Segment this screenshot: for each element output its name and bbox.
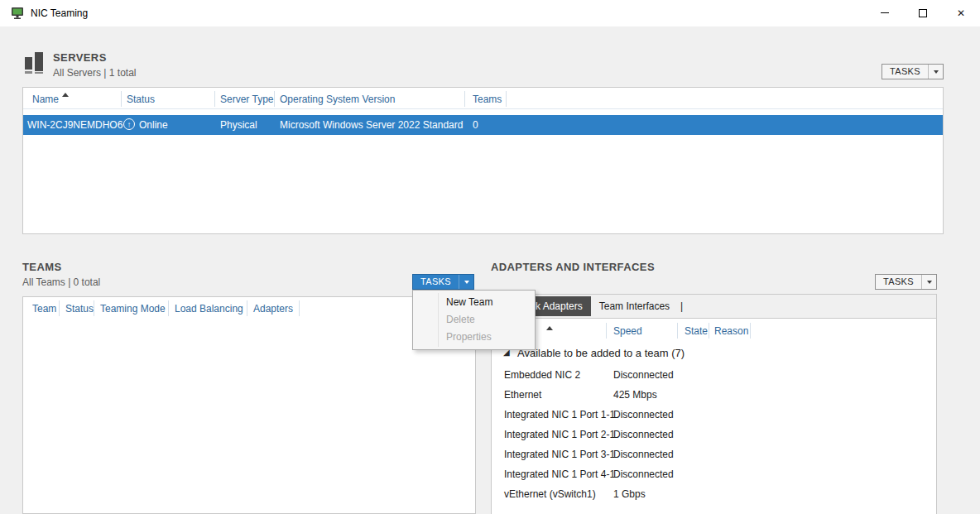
- menu-item-properties: Properties: [413, 329, 535, 346]
- server-row-selected[interactable]: WIN-2CJ9NEMDHO6 ↑ Online Physical Micros…: [23, 115, 943, 135]
- tab-separator: |: [680, 300, 683, 312]
- servers-icon: [24, 51, 44, 74]
- server-status: Online: [139, 119, 168, 131]
- teams-tasks-menu: New Team Delete Properties: [412, 290, 536, 350]
- servers-col-server-type[interactable]: Server Type: [220, 94, 273, 105]
- adapter-name: Integrated NIC 1 Port 1-1: [504, 409, 615, 420]
- servers-section-title: SERVERS: [53, 51, 107, 64]
- adapter-row[interactable]: vEthernet (vSwitch1) 1 Gbps: [492, 484, 936, 504]
- maximize-button[interactable]: [904, 0, 942, 26]
- adapters-table-header: Speed State Reason: [492, 319, 936, 342]
- servers-col-teams[interactable]: Teams: [473, 94, 502, 105]
- window-title: NIC Teaming: [31, 7, 88, 19]
- close-icon: ✕: [957, 7, 965, 19]
- adapters-col-speed[interactable]: Speed: [613, 325, 642, 337]
- adapter-name: Integrated NIC 1 Port 4-1: [504, 468, 615, 480]
- minimize-icon: [881, 12, 889, 13]
- adapter-speed: Disconnected: [613, 429, 674, 440]
- column-separator: [750, 323, 751, 339]
- adapter-row[interactable]: Ethernet 425 Mbps: [492, 385, 936, 405]
- adapter-name: Integrated NIC 1 Port 3-1: [504, 449, 615, 460]
- server-os-version: Microsoft Windows Server 2022 Standard: [280, 119, 463, 131]
- servers-col-name[interactable]: Name: [32, 94, 59, 105]
- adapter-group-row[interactable]: ◢ Available to be added to a team (7): [492, 342, 936, 365]
- column-separator: [464, 91, 465, 107]
- online-status-icon: ↑: [123, 118, 135, 130]
- servers-tasks-button[interactable]: TASKS: [882, 64, 944, 79]
- column-separator: [677, 323, 678, 339]
- chevron-down-icon: [459, 275, 473, 289]
- teams-col-adapters[interactable]: Adapters: [253, 303, 293, 315]
- column-separator: [299, 300, 300, 316]
- app-icon: [11, 7, 24, 20]
- teams-tasks-label: TASKS: [413, 275, 459, 289]
- adapter-row[interactable]: Integrated NIC 1 Port 3-1 Disconnected: [492, 444, 936, 464]
- maximize-icon: [919, 9, 927, 17]
- adapter-row[interactable]: Integrated NIC 1 Port 2-1 Disconnected: [492, 425, 936, 444]
- teams-tasks-button[interactable]: TASKS: [412, 274, 474, 290]
- adapter-speed: Disconnected: [613, 409, 674, 420]
- adapter-speed: 1 Gbps: [613, 488, 646, 500]
- teams-col-teaming-mode[interactable]: Teaming Mode: [100, 303, 166, 315]
- column-separator: [506, 91, 507, 107]
- adapter-name: vEthernet (vSwitch1): [504, 488, 596, 500]
- adapter-speed: 425 Mbps: [613, 389, 657, 401]
- teams-col-status[interactable]: Status: [65, 303, 94, 315]
- column-separator: [606, 323, 607, 339]
- menu-gutter-divider: [438, 293, 439, 347]
- servers-section-subtitle: All Servers | 1 total: [53, 67, 137, 79]
- adapters-section-title: ADAPTERS AND INTERFACES: [491, 261, 655, 273]
- adapter-row[interactable]: Integrated NIC 1 Port 4-1 Disconnected: [492, 464, 936, 484]
- adapter-name: Ethernet: [504, 389, 541, 401]
- column-separator: [121, 91, 122, 107]
- adapter-row[interactable]: Integrated NIC 1 Port 1-1 Disconnected: [492, 405, 936, 425]
- servers-table-header: Name Status Server Type Operating System…: [23, 88, 943, 109]
- adapter-group-label: Available to be added to a team (7): [517, 347, 685, 359]
- adapter-speed: Disconnected: [613, 468, 674, 480]
- adapters-tasks-label: TASKS: [876, 275, 921, 289]
- adapters-tasks-button[interactable]: TASKS: [875, 274, 937, 290]
- adapters-panel: Network Adapters Team Interfaces | Speed…: [491, 294, 937, 514]
- teams-section-title: TEAMS: [22, 261, 62, 273]
- adapter-row[interactable]: Embedded NIC 2 Disconnected: [492, 365, 936, 385]
- server-type: Physical: [220, 119, 257, 131]
- server-name: WIN-2CJ9NEMDHO6: [27, 119, 122, 131]
- adapters-tabs: Network Adapters Team Interfaces |: [492, 295, 936, 319]
- column-separator: [214, 91, 215, 107]
- chevron-down-icon: [922, 275, 936, 289]
- sort-ascending-icon: [546, 326, 553, 330]
- teams-table: Team Status Teaming Mode Load Balancing …: [22, 296, 476, 514]
- column-separator: [59, 300, 60, 316]
- column-separator: [247, 300, 247, 316]
- teams-table-header: Team Status Teaming Mode Load Balancing …: [23, 297, 475, 319]
- adapter-speed: Disconnected: [613, 369, 674, 381]
- close-button[interactable]: ✕: [942, 0, 980, 26]
- menu-item-delete: Delete: [413, 311, 535, 329]
- adapter-name: Integrated NIC 1 Port 2-1: [504, 429, 615, 440]
- sort-ascending-icon: [62, 93, 69, 97]
- servers-tasks-label: TASKS: [882, 65, 928, 79]
- chevron-down-icon: [929, 65, 943, 79]
- minimize-button[interactable]: [866, 0, 904, 26]
- servers-col-status[interactable]: Status: [127, 94, 155, 105]
- menu-item-new-team[interactable]: New Team: [413, 294, 535, 311]
- adapters-col-reason[interactable]: Reason: [714, 325, 748, 337]
- adapter-speed: Disconnected: [613, 449, 674, 460]
- teams-section-subtitle: All Teams | 0 total: [22, 276, 100, 288]
- server-teams-count: 0: [473, 119, 478, 131]
- column-separator: [94, 300, 94, 316]
- adapter-name: Embedded NIC 2: [504, 369, 580, 381]
- servers-table: Name Status Server Type Operating System…: [22, 87, 944, 234]
- teams-col-load-balancing[interactable]: Load Balancing: [175, 303, 243, 315]
- servers-col-os-version[interactable]: Operating System Version: [280, 94, 395, 105]
- column-separator: [274, 91, 275, 107]
- adapters-col-state[interactable]: State: [685, 325, 708, 337]
- column-separator: [709, 323, 709, 339]
- tab-team-interfaces[interactable]: Team Interfaces: [591, 296, 678, 316]
- title-bar: NIC Teaming ✕: [0, 0, 980, 26]
- column-separator: [168, 300, 169, 316]
- teams-col-team[interactable]: Team: [32, 303, 56, 315]
